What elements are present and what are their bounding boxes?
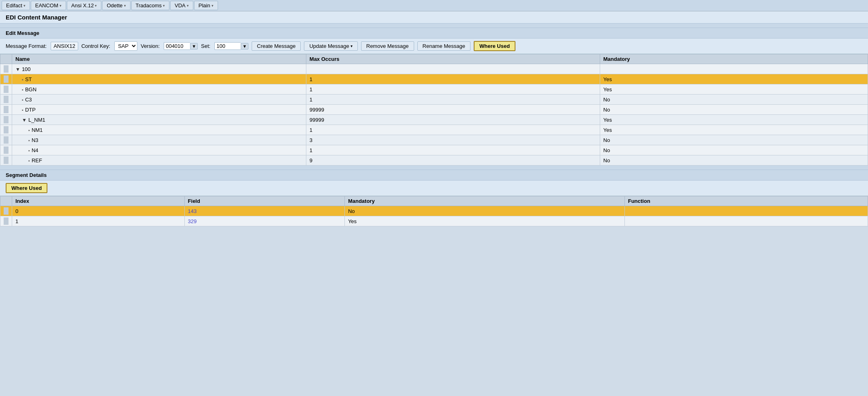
row-name-cell: ▼L_NM1: [12, 115, 306, 125]
version-input[interactable]: [164, 42, 190, 50]
rename-message-button[interactable]: Rename Message: [417, 41, 471, 51]
table-row[interactable]: ▼100: [0, 64, 868, 74]
table-row[interactable]: ▪C31No: [0, 95, 868, 105]
seg-row-field[interactable]: 143: [184, 206, 344, 216]
segment-table-header-row: Index Field Mandatory Function: [0, 196, 868, 206]
control-key-label: Control Key:: [81, 43, 111, 49]
row-max-occurs-cell: 1: [306, 74, 600, 84]
row-indicator-cell: [0, 74, 12, 84]
seg-row-mandatory: No: [344, 206, 624, 216]
row-max-occurs-cell: 9: [306, 155, 600, 166]
col-mandatory-header: Mandatory: [600, 54, 868, 64]
edit-message-section: Edit Message Message Format: ANSIX12 Con…: [0, 28, 868, 166]
row-indicator-cell: [0, 125, 12, 135]
seg-col-indicator-header: [0, 196, 12, 206]
row-name-cell: ▪C3: [12, 95, 306, 105]
spacer-2: [0, 166, 868, 170]
menu-edifact-arrow: ▾: [24, 4, 26, 8]
row-indicator-cell: [0, 155, 12, 166]
col-name-header: Name: [12, 54, 306, 64]
row-mandatory-cell: No: [600, 155, 868, 166]
menu-ansi[interactable]: Ansi X.12 ▾: [67, 1, 102, 10]
row-mandatory-cell: [600, 64, 868, 74]
seg-row-index: 0: [12, 206, 185, 216]
tree-bullet: ▪: [28, 148, 30, 153]
format-label: Message Format:: [6, 43, 47, 49]
list-item[interactable]: 1329Yes: [0, 216, 868, 226]
table-row[interactable]: ▪BGN1Yes: [0, 84, 868, 95]
segment-table-body: 0143No1329Yes: [0, 206, 868, 226]
menu-plain-arrow: ▾: [212, 4, 214, 8]
set-input[interactable]: [214, 42, 241, 50]
format-value: ANSIX12: [51, 42, 78, 50]
menu-odette-label: Odette: [107, 2, 122, 9]
seg-row-field[interactable]: 329: [184, 216, 344, 226]
row-name-cell: ▪N4: [12, 145, 306, 155]
seg-col-index-header: Index: [12, 196, 185, 206]
update-message-button[interactable]: Update Message ▾: [304, 41, 357, 51]
table-row[interactable]: ▪NM11Yes: [0, 125, 868, 135]
segment-toolbar: Where Used: [0, 181, 868, 196]
table-row[interactable]: ▪N33No: [0, 135, 868, 145]
menu-tradacoms[interactable]: Tradacoms ▾: [131, 1, 170, 10]
row-name-cell: ▪NM1: [12, 125, 306, 135]
tree-toggle[interactable]: ▼: [15, 67, 20, 72]
menu-plain[interactable]: Plain ▾: [194, 1, 218, 10]
seg-col-function-header: Function: [624, 196, 868, 206]
row-indicator-cell: [0, 95, 12, 105]
page-title: EDI Content Manager: [0, 11, 868, 24]
tree-bullet: ▪: [22, 97, 24, 102]
col-max-occurs-header: Max Occurs: [306, 54, 600, 64]
table-row[interactable]: ▪REF9No: [0, 155, 868, 166]
table-row[interactable]: ▪N41No: [0, 145, 868, 155]
menu-eancom-label: EANCOM: [35, 2, 58, 9]
segment-details-section: Segment Details Where Used Index Field M…: [0, 170, 868, 226]
menu-eancom[interactable]: EANCOM ▾: [31, 1, 66, 10]
where-used-button-top[interactable]: Where Used: [474, 41, 515, 51]
field-link[interactable]: 329: [188, 218, 197, 224]
row-indicator-cell: [0, 64, 12, 74]
remove-message-button[interactable]: Remove Message: [361, 41, 414, 51]
version-dropdown-btn[interactable]: ▼: [190, 43, 198, 50]
set-dropdown-btn[interactable]: ▼: [241, 43, 248, 50]
tree-bullet: ▪: [28, 128, 30, 133]
row-name-cell: ▪BGN: [12, 84, 306, 95]
table-row[interactable]: ▼L_NM199999Yes: [0, 115, 868, 125]
field-link[interactable]: 143: [188, 208, 197, 214]
where-used-button-bottom[interactable]: Where Used: [6, 183, 47, 193]
row-max-occurs-cell: 1: [306, 84, 600, 95]
row-max-occurs-cell: 3: [306, 135, 600, 145]
menu-tradacoms-label: Tradacoms: [136, 2, 162, 9]
list-item[interactable]: 0143No: [0, 206, 868, 216]
menu-odette[interactable]: Odette ▾: [102, 1, 130, 10]
row-mandatory-cell: No: [600, 135, 868, 145]
menu-tradacoms-arrow: ▾: [163, 4, 165, 8]
menu-odette-arrow: ▾: [124, 4, 126, 8]
version-combo: ▼: [164, 42, 198, 50]
tree-bullet: ▪: [22, 87, 24, 92]
set-label: Set:: [201, 43, 210, 49]
segment-details-header: Segment Details: [0, 170, 868, 181]
top-menu-bar: Edifact ▾ EANCOM ▾ Ansi X.12 ▾ Odette ▾ …: [0, 0, 868, 11]
menu-vda[interactable]: VDA ▾: [170, 1, 193, 10]
row-mandatory-cell: Yes: [600, 84, 868, 95]
menu-plain-label: Plain: [199, 2, 210, 9]
table-row[interactable]: ▪ST1Yes: [0, 74, 868, 84]
create-message-button[interactable]: Create Message: [252, 41, 301, 51]
row-max-occurs-cell: 99999: [306, 105, 600, 115]
row-name-cell: ▼100: [12, 64, 306, 74]
control-key-select[interactable]: SAP: [114, 41, 137, 51]
seg-row-function: [624, 216, 868, 226]
row-indicator-cell: [0, 115, 12, 125]
seg-row-indicator: [0, 216, 12, 226]
row-mandatory-cell: Yes: [600, 74, 868, 84]
row-max-occurs-cell: 99999: [306, 115, 600, 125]
table-row[interactable]: ▪DTP99999No: [0, 105, 868, 115]
menu-edifact[interactable]: Edifact ▾: [2, 1, 30, 10]
row-name-cell: ▪DTP: [12, 105, 306, 115]
seg-row-indicator: [0, 206, 12, 216]
spacer-1: [0, 24, 868, 28]
row-mandatory-cell: Yes: [600, 115, 868, 125]
menu-edifact-label: Edifact: [6, 2, 22, 9]
tree-toggle[interactable]: ▼: [22, 117, 27, 123]
